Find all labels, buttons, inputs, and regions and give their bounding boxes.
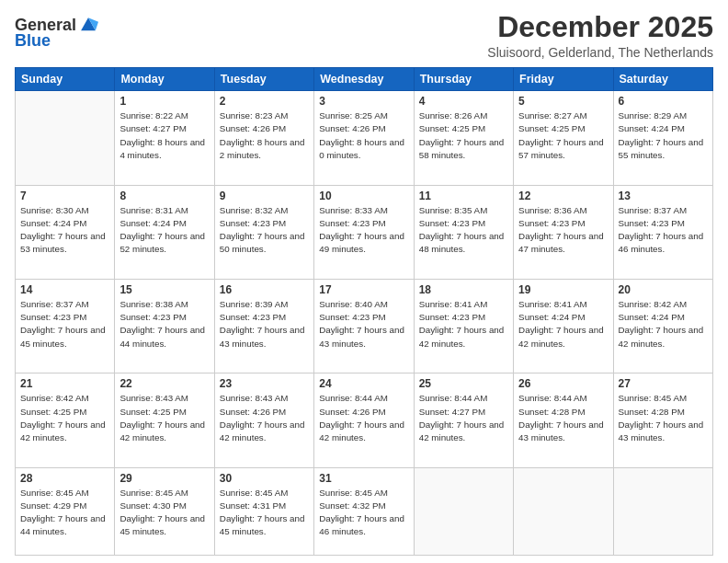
sunset-label: Sunset: 4:24 PM	[619, 123, 685, 133]
sunrise-label: Sunrise: 8:40 AM	[319, 299, 388, 309]
daylight-label: Daylight: 8 hours and 2 minutes.	[220, 137, 305, 160]
day-info: Sunrise: 8:44 AMSunset: 4:27 PMDaylight:…	[419, 392, 508, 444]
sunrise-label: Sunrise: 8:30 AM	[20, 205, 89, 215]
logo-blue: Blue	[15, 31, 51, 51]
calendar-cell: 21Sunrise: 8:42 AMSunset: 4:25 PMDayligh…	[16, 373, 115, 467]
day-number: 18	[419, 283, 508, 296]
day-info: Sunrise: 8:37 AMSunset: 4:23 PMDaylight:…	[20, 298, 109, 350]
sunrise-label: Sunrise: 8:45 AM	[119, 488, 188, 498]
daylight-label: Daylight: 7 hours and 42 minutes.	[220, 419, 305, 442]
sunrise-label: Sunrise: 8:23 AM	[220, 110, 289, 121]
sunset-label: Sunset: 4:25 PM	[20, 407, 86, 417]
calendar-week-2: 14Sunrise: 8:37 AMSunset: 4:23 PMDayligh…	[16, 279, 713, 373]
day-number: 29	[119, 472, 209, 485]
day-info: Sunrise: 8:45 AMSunset: 4:30 PMDaylight:…	[119, 487, 209, 539]
daylight-label: Daylight: 7 hours and 42 minutes.	[319, 419, 404, 442]
sunset-label: Sunset: 4:28 PM	[518, 407, 585, 417]
col-thursday: Thursday	[414, 68, 513, 91]
day-number: 3	[319, 95, 408, 108]
daylight-label: Daylight: 7 hours and 53 minutes.	[20, 231, 106, 254]
day-info: Sunrise: 8:30 AMSunset: 4:24 PMDaylight:…	[20, 204, 109, 257]
day-info: Sunrise: 8:25 AMSunset: 4:26 PMDaylight:…	[319, 109, 408, 162]
day-number: 25	[419, 377, 508, 390]
calendar-cell: 14Sunrise: 8:37 AMSunset: 4:23 PMDayligh…	[16, 279, 115, 373]
sunrise-label: Sunrise: 8:45 AM	[220, 488, 289, 498]
day-number: 9	[220, 190, 309, 202]
day-info: Sunrise: 8:44 AMSunset: 4:28 PMDaylight:…	[518, 392, 608, 444]
sunset-label: Sunset: 4:24 PM	[518, 312, 585, 322]
calendar-cell: 25Sunrise: 8:44 AMSunset: 4:27 PMDayligh…	[414, 373, 513, 467]
calendar-cell: 23Sunrise: 8:43 AMSunset: 4:26 PMDayligh…	[214, 373, 313, 467]
sunset-label: Sunset: 4:26 PM	[220, 123, 286, 133]
sunrise-label: Sunrise: 8:44 AM	[419, 393, 488, 403]
day-info: Sunrise: 8:41 AMSunset: 4:23 PMDaylight:…	[419, 298, 508, 350]
col-wednesday: Wednesday	[314, 68, 414, 91]
day-info: Sunrise: 8:27 AMSunset: 4:25 PMDaylight:…	[518, 109, 608, 162]
sunset-label: Sunset: 4:23 PM	[220, 312, 286, 322]
sunrise-label: Sunrise: 8:27 AM	[518, 110, 587, 121]
day-number: 14	[20, 283, 109, 296]
day-number: 11	[419, 190, 508, 202]
day-info: Sunrise: 8:37 AMSunset: 4:23 PMDaylight:…	[619, 204, 708, 257]
sunset-label: Sunset: 4:26 PM	[319, 407, 385, 417]
page: General Blue December 2025 Sluisoord, Ge…	[0, 0, 728, 563]
daylight-label: Daylight: 7 hours and 49 minutes.	[319, 231, 404, 254]
daylight-label: Daylight: 8 hours and 0 minutes.	[319, 137, 404, 160]
sunrise-label: Sunrise: 8:41 AM	[518, 299, 587, 309]
calendar-cell: 28Sunrise: 8:45 AMSunset: 4:29 PMDayligh…	[16, 467, 115, 555]
daylight-label: Daylight: 7 hours and 55 minutes.	[619, 137, 704, 160]
day-number: 15	[119, 283, 209, 296]
day-info: Sunrise: 8:26 AMSunset: 4:25 PMDaylight:…	[419, 109, 508, 162]
sunrise-label: Sunrise: 8:44 AM	[319, 393, 388, 403]
calendar-cell	[16, 91, 115, 185]
calendar-cell: 5Sunrise: 8:27 AMSunset: 4:25 PMDaylight…	[514, 91, 613, 185]
calendar-cell: 26Sunrise: 8:44 AMSunset: 4:28 PMDayligh…	[514, 373, 613, 467]
daylight-label: Daylight: 7 hours and 58 minutes.	[419, 137, 505, 160]
day-info: Sunrise: 8:45 AMSunset: 4:29 PMDaylight:…	[20, 487, 109, 539]
day-info: Sunrise: 8:33 AMSunset: 4:23 PMDaylight:…	[319, 204, 408, 257]
calendar-cell: 19Sunrise: 8:41 AMSunset: 4:24 PMDayligh…	[514, 279, 613, 373]
col-monday: Monday	[115, 68, 214, 91]
day-number: 23	[220, 377, 309, 390]
sunrise-label: Sunrise: 8:43 AM	[220, 393, 289, 403]
day-info: Sunrise: 8:40 AMSunset: 4:23 PMDaylight:…	[319, 298, 408, 350]
calendar-header-row: Sunday Monday Tuesday Wednesday Thursday…	[16, 68, 713, 91]
day-info: Sunrise: 8:43 AMSunset: 4:25 PMDaylight:…	[119, 392, 209, 444]
calendar-cell: 31Sunrise: 8:45 AMSunset: 4:32 PMDayligh…	[314, 467, 414, 555]
sunset-label: Sunset: 4:27 PM	[419, 407, 485, 417]
day-info: Sunrise: 8:42 AMSunset: 4:25 PMDaylight:…	[20, 392, 109, 444]
day-number: 31	[319, 472, 408, 485]
calendar-cell: 11Sunrise: 8:35 AMSunset: 4:23 PMDayligh…	[414, 185, 513, 279]
sunrise-label: Sunrise: 8:39 AM	[220, 299, 289, 309]
daylight-label: Daylight: 7 hours and 52 minutes.	[119, 231, 205, 254]
daylight-label: Daylight: 7 hours and 42 minutes.	[20, 419, 106, 442]
header: General Blue December 2025 Sluisoord, Ge…	[15, 11, 713, 60]
day-number: 7	[20, 190, 109, 202]
sunrise-label: Sunrise: 8:45 AM	[20, 488, 89, 498]
sunrise-label: Sunrise: 8:41 AM	[419, 299, 488, 309]
sunset-label: Sunset: 4:24 PM	[619, 312, 685, 322]
calendar-cell: 18Sunrise: 8:41 AMSunset: 4:23 PMDayligh…	[414, 279, 513, 373]
sunset-label: Sunset: 4:26 PM	[319, 123, 385, 133]
sunrise-label: Sunrise: 8:44 AM	[518, 393, 587, 403]
daylight-label: Daylight: 7 hours and 44 minutes.	[119, 325, 205, 348]
sunset-label: Sunset: 4:32 PM	[319, 500, 385, 511]
calendar-cell: 8Sunrise: 8:31 AMSunset: 4:24 PMDaylight…	[115, 185, 214, 279]
sunrise-label: Sunrise: 8:43 AM	[119, 393, 188, 403]
sunrise-label: Sunrise: 8:25 AM	[319, 110, 388, 121]
sunrise-label: Sunrise: 8:32 AM	[220, 205, 289, 215]
daylight-label: Daylight: 8 hours and 4 minutes.	[119, 137, 205, 160]
sunrise-label: Sunrise: 8:38 AM	[119, 299, 188, 309]
calendar-cell: 9Sunrise: 8:32 AMSunset: 4:23 PMDaylight…	[214, 185, 313, 279]
sunrise-label: Sunrise: 8:45 AM	[319, 488, 388, 498]
sunset-label: Sunset: 4:28 PM	[619, 407, 685, 417]
calendar-week-0: 1Sunrise: 8:22 AMSunset: 4:27 PMDaylight…	[16, 91, 713, 185]
sunrise-label: Sunrise: 8:42 AM	[619, 299, 688, 309]
daylight-label: Daylight: 7 hours and 43 minutes.	[619, 419, 704, 442]
calendar-week-3: 21Sunrise: 8:42 AMSunset: 4:25 PMDayligh…	[16, 373, 713, 467]
col-friday: Friday	[514, 68, 613, 91]
calendar-cell	[414, 467, 513, 555]
sunrise-label: Sunrise: 8:37 AM	[619, 205, 688, 215]
sunrise-label: Sunrise: 8:45 AM	[619, 393, 688, 403]
col-tuesday: Tuesday	[214, 68, 313, 91]
